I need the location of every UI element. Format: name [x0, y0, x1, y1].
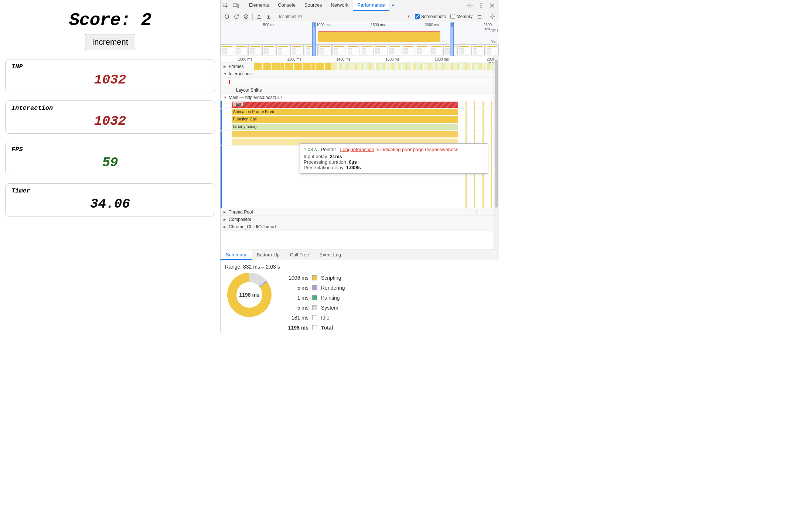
gear-icon[interactable]	[488, 12, 497, 21]
close-icon[interactable]	[487, 0, 497, 11]
chevron-right-icon: ▶	[224, 218, 226, 221]
interaction-marker[interactable]	[229, 80, 230, 84]
filmstrip-frame[interactable]	[235, 44, 248, 55]
track-header-layout-shifts[interactable]: Layout Shifts	[221, 86, 494, 94]
filmstrip-frame[interactable]	[276, 44, 290, 55]
tooltip-long-interaction-link[interactable]: Long interaction	[340, 147, 374, 152]
track-header-main[interactable]: ▼ Main — http://localhost:517	[221, 94, 494, 101]
track-header-compositor[interactable]: ▶ Compositor	[221, 216, 494, 223]
garbage-collect-icon[interactable]	[475, 12, 484, 21]
filmstrip-frame[interactable]	[290, 44, 304, 55]
summary-ms: 1198 ms	[281, 325, 308, 331]
tooltip-event: Pointer	[321, 147, 336, 152]
svg-point-17	[225, 15, 229, 18]
filmstrip-frame[interactable]	[402, 44, 415, 55]
flame-tick: 1400 ms	[336, 57, 350, 61]
filmstrip-frame[interactable]	[262, 44, 276, 55]
increment-button[interactable]: Increment	[85, 34, 135, 50]
scrollbar-thumb[interactable]	[495, 60, 498, 208]
upload-icon[interactable]	[254, 12, 264, 21]
overview-net-label: NET	[490, 40, 498, 44]
summary-label: Rendering	[321, 285, 345, 291]
flame-scrollbar[interactable]	[494, 56, 499, 249]
record-icon[interactable]	[222, 12, 232, 21]
swatch-total-icon	[312, 325, 317, 330]
download-icon[interactable]	[264, 12, 273, 21]
tabs-overflow-icon[interactable]: »	[389, 0, 396, 11]
interaction-tooltip: 1.03 s Pointer Long interaction is indic…	[300, 143, 488, 174]
summary-label: Total	[321, 325, 333, 331]
overview-range-handle-right[interactable]: ||	[450, 22, 454, 56]
flame-task[interactable]: Task	[232, 102, 458, 108]
filmstrip	[221, 44, 499, 56]
reload-icon[interactable]	[232, 12, 241, 21]
filmstrip-frame[interactable]	[248, 44, 262, 55]
summary-row-total: 1198 ms Total	[281, 323, 345, 332]
filmstrip-frame[interactable]	[221, 44, 234, 55]
flame-function-call[interactable]: Function Call	[232, 116, 458, 123]
gear-icon[interactable]	[465, 0, 475, 11]
flame-slice[interactable]	[232, 131, 458, 137]
svg-point-13	[481, 5, 482, 6]
devtools-panel: Elements Console Sources Network Perform…	[220, 0, 499, 332]
track-header-child-io[interactable]: ▶ Chrome_ChildIOThread	[221, 223, 494, 231]
overview-range-handle-left[interactable]: ||	[312, 22, 316, 56]
svg-rect-2	[237, 4, 239, 7]
track-header-frames[interactable]: ▶ Frames	[221, 63, 494, 70]
clear-icon[interactable]	[241, 12, 251, 21]
track-header-thread-pool[interactable]: ▶ Thread Pool	[221, 208, 494, 216]
svg-line-33	[494, 18, 494, 18]
device-toggle-icon[interactable]	[231, 0, 241, 11]
track-label-compositor: Compositor	[229, 217, 251, 222]
recording-select[interactable]: localhost #1 ▼	[277, 14, 413, 19]
track-header-interactions[interactable]: ▼ ✎ Interactions	[221, 70, 494, 78]
tab-event-log[interactable]: Event Log	[314, 249, 347, 260]
summary-label: Scripting	[321, 275, 341, 281]
flame-chart-wrap: 1000 ms 1200 ms 1400 ms 1600 ms 1800 ms …	[221, 56, 499, 249]
filmstrip-frame[interactable]	[485, 44, 499, 55]
tab-summary[interactable]: Summary	[221, 249, 252, 260]
flame-anonymous[interactable]: (anonymous)	[232, 124, 458, 130]
tab-bottom-up[interactable]: Bottom-Up	[252, 249, 285, 260]
screenshots-checkbox[interactable]: Screenshots	[413, 14, 448, 19]
svg-line-19	[245, 15, 247, 18]
filmstrip-frame[interactable]	[416, 44, 429, 55]
filmstrip-frame[interactable]	[471, 44, 485, 55]
overview-cpu-lane	[221, 29, 499, 44]
tab-network[interactable]: Network	[327, 0, 353, 11]
overview-ruler: 500 ms 1000 ms 1500 ms 2000 ms 2500 ms	[221, 22, 499, 29]
svg-point-14	[481, 7, 482, 8]
overview-timeline[interactable]: 500 ms 1000 ms 1500 ms 2000 ms 2500 ms	[221, 22, 499, 56]
chevron-down-icon: ▼	[224, 72, 227, 76]
flame-chart[interactable]: 1000 ms 1200 ms 1400 ms 1600 ms 1800 ms …	[221, 56, 494, 249]
swatch-rendering-icon	[312, 285, 317, 290]
flame-animation-frame[interactable]: Animation Frame Fired	[232, 109, 458, 115]
devtools-top-bar: Elements Console Sources Network Perform…	[221, 0, 499, 11]
divider	[243, 2, 243, 9]
track-label-thread-pool: Thread Pool	[229, 209, 253, 215]
kebab-menu-icon[interactable]	[476, 0, 486, 11]
tab-console[interactable]: Console	[273, 0, 300, 11]
tab-call-tree[interactable]: Call Tree	[285, 249, 314, 260]
tab-performance[interactable]: Performance	[353, 0, 389, 11]
memory-checkbox[interactable]: Memory	[448, 14, 475, 19]
filmstrip-frame[interactable]	[360, 44, 374, 55]
tooltip-duration: 1.03 s	[304, 147, 317, 152]
inspect-element-icon[interactable]	[221, 0, 231, 11]
filmstrip-frame[interactable]	[457, 44, 471, 55]
summary-table: 1006 ms Scripting 5 ms Rendering 1 ms Pa…	[281, 273, 345, 332]
track-label-interactions: Interactions	[229, 71, 252, 76]
filmstrip-frame[interactable]	[430, 44, 443, 55]
tab-sources[interactable]: Sources	[300, 0, 327, 11]
svg-point-12	[481, 3, 482, 4]
tab-elements[interactable]: Elements	[245, 0, 273, 11]
recording-select-label: localhost #1	[279, 14, 303, 19]
flame-task-label: Task	[233, 102, 243, 106]
filmstrip-frame[interactable]	[318, 44, 332, 55]
card-timer-label: Timer	[11, 187, 209, 194]
filmstrip-frame[interactable]	[374, 44, 388, 55]
filmstrip-frame[interactable]	[346, 44, 359, 55]
filmstrip-frame[interactable]	[388, 44, 401, 55]
svg-line-34	[491, 18, 491, 18]
filmstrip-frame[interactable]	[332, 44, 346, 55]
